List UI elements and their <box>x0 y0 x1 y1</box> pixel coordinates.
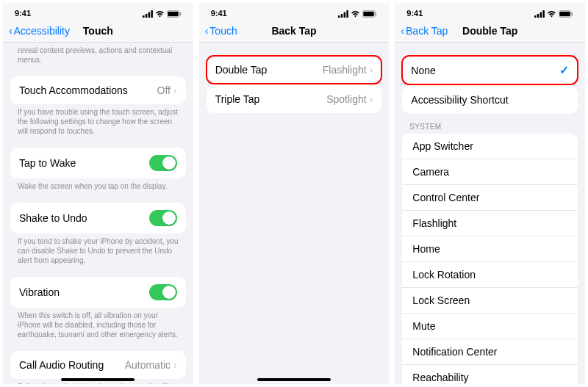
double-tap-row[interactable]: Double Tap Flashlight› <box>207 56 382 84</box>
statusbar: 9:41 <box>3 3 193 19</box>
row-label: Vibration <box>19 286 60 298</box>
touch-accommodations-row[interactable]: Touch Accommodations Off› <box>10 76 186 104</box>
row-label: Call Audio Routing <box>19 359 104 371</box>
page-title: Touch <box>83 25 113 37</box>
toggle-on[interactable] <box>149 155 177 171</box>
row-label: Accessibility Shortcut <box>411 94 508 106</box>
toggle-on[interactable] <box>149 210 177 226</box>
battery-icon <box>167 10 182 18</box>
footer-text: Wake the screen when you tap on the disp… <box>3 178 193 197</box>
row-value: Flashlight› <box>323 64 373 76</box>
toggle-on[interactable] <box>149 284 177 300</box>
time: 9:41 <box>406 9 423 18</box>
row-label: Triple Tap <box>215 93 260 105</box>
svg-rect-19 <box>559 12 570 16</box>
svg-rect-8 <box>341 14 343 18</box>
back-button[interactable]: ‹ Touch <box>205 25 237 37</box>
back-label: Accessibility <box>14 25 70 37</box>
row-label: Shake to Undo <box>19 212 87 224</box>
wifi-icon <box>547 10 556 18</box>
row-label: Double Tap <box>215 64 268 76</box>
svg-rect-7 <box>338 15 340 18</box>
section-header-system: SYSTEM <box>395 114 585 134</box>
system-item[interactable]: Camera <box>402 159 578 185</box>
screen-back-tap: 9:41 ‹ Touch Back Tap Double Tap Flashli… <box>199 3 390 384</box>
svg-rect-2 <box>148 12 150 18</box>
battery-icon <box>559 10 573 18</box>
call-audio-routing-row[interactable]: Call Audio Routing Automatic› <box>10 351 186 379</box>
system-item[interactable]: Reachability <box>402 365 578 384</box>
accessibility-shortcut-row[interactable]: Accessibility Shortcut <box>402 86 578 114</box>
system-item[interactable]: App Switcher <box>402 134 578 159</box>
svg-rect-12 <box>364 12 374 16</box>
svg-rect-9 <box>344 12 346 18</box>
content[interactable]: None ✓ Accessibility Shortcut SYSTEM App… <box>395 43 585 384</box>
back-button[interactable]: ‹ Back Tap <box>401 25 448 37</box>
svg-rect-5 <box>168 12 178 16</box>
content[interactable]: reveal content previews, actions and con… <box>3 43 193 384</box>
row-value: Off› <box>157 84 177 96</box>
chevron-right-icon: › <box>173 359 177 371</box>
back-label: Touch <box>209 25 237 37</box>
system-item[interactable]: Home <box>402 236 578 262</box>
svg-rect-17 <box>542 10 545 18</box>
signal-icon <box>534 10 545 18</box>
shake-to-undo-row[interactable]: Shake to Undo <box>10 203 186 234</box>
svg-rect-13 <box>376 12 376 15</box>
footer-text: If you tend to shake your iPhone by acci… <box>3 234 193 271</box>
svg-rect-20 <box>572 12 573 15</box>
signal-icon <box>338 10 348 18</box>
svg-rect-0 <box>143 15 145 18</box>
navbar: ‹ Accessibility Touch <box>3 19 193 43</box>
svg-rect-15 <box>537 14 539 18</box>
wifi-icon <box>351 10 360 18</box>
system-item[interactable]: Lock Rotation <box>402 262 578 288</box>
triple-tap-row[interactable]: Triple Tap Spotlight› <box>207 85 382 113</box>
system-item[interactable]: Flashlight <box>402 211 578 236</box>
back-label: Back Tap <box>406 25 448 37</box>
chevron-left-icon: ‹ <box>205 25 209 37</box>
page-title: Double Tap <box>462 25 517 37</box>
svg-rect-6 <box>179 12 180 15</box>
home-indicator[interactable] <box>257 378 331 381</box>
none-row[interactable]: None ✓ <box>402 56 578 84</box>
back-button[interactable]: ‹ Accessibility <box>9 25 70 37</box>
content[interactable]: Double Tap Flashlight› Triple Tap Spotli… <box>199 43 390 384</box>
statusbar: 9:41 <box>395 3 585 19</box>
system-item[interactable]: Notification Center <box>402 339 578 365</box>
intro-footer: reveal content previews, actions and con… <box>3 43 193 70</box>
status-icons <box>338 10 377 18</box>
row-label: Tap to Wake <box>19 157 76 169</box>
chevron-right-icon: › <box>370 93 373 105</box>
footer-text: If you have trouble using the touch scre… <box>3 104 193 142</box>
system-group: App SwitcherCameraControl CenterFlashlig… <box>402 134 578 384</box>
svg-rect-3 <box>151 10 153 18</box>
chevron-right-icon: › <box>370 64 373 76</box>
chevron-left-icon: ‹ <box>401 25 404 37</box>
row-label: None <box>411 65 435 76</box>
system-item[interactable]: Control Center <box>402 185 578 211</box>
chevron-left-icon: ‹ <box>9 25 12 37</box>
status-icons <box>534 10 573 18</box>
system-item[interactable]: Lock Screen <box>402 288 578 314</box>
svg-rect-14 <box>534 15 537 18</box>
time: 9:41 <box>15 9 31 18</box>
home-indicator[interactable] <box>61 378 135 381</box>
wifi-icon <box>155 10 165 18</box>
chevron-right-icon: › <box>173 84 177 96</box>
navbar: ‹ Touch Back Tap <box>199 19 390 43</box>
svg-rect-10 <box>347 10 349 18</box>
status-icons <box>143 10 182 18</box>
footer-text: When this switch is off, all vibration o… <box>3 308 193 345</box>
row-value: Automatic› <box>125 359 177 371</box>
screen-double-tap: 9:41 ‹ Back Tap Double Tap None ✓ Access… <box>395 3 585 384</box>
row-value: Spotlight› <box>326 93 373 105</box>
svg-rect-16 <box>540 12 542 18</box>
navbar: ‹ Back Tap Double Tap <box>395 19 585 43</box>
row-label: Touch Accommodations <box>19 84 128 96</box>
time: 9:41 <box>211 9 227 18</box>
battery-icon <box>362 10 377 18</box>
tap-to-wake-row[interactable]: Tap to Wake <box>10 148 186 178</box>
system-item[interactable]: Mute <box>402 314 578 339</box>
vibration-row[interactable]: Vibration <box>10 277 186 308</box>
